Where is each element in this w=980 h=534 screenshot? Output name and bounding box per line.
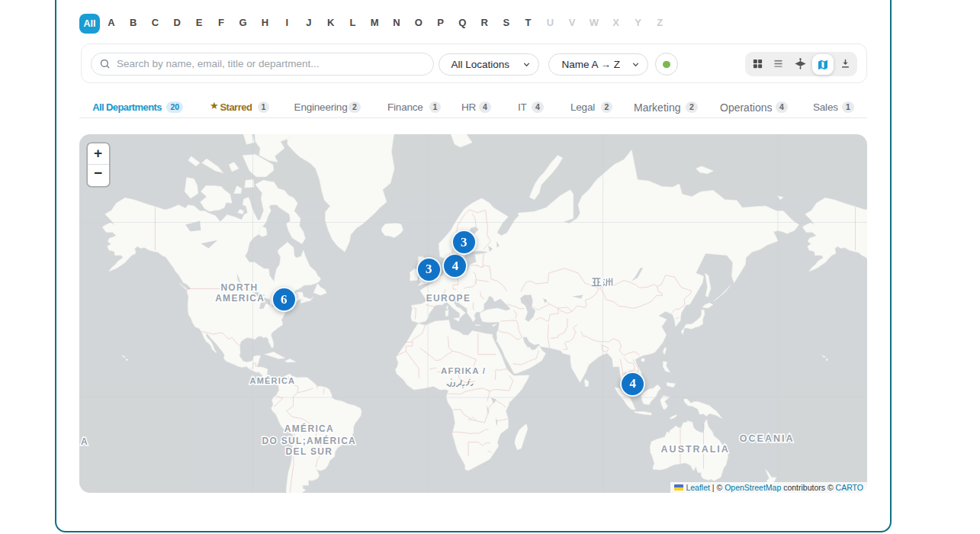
- svg-text:AMÉRICA: AMÉRICA: [250, 376, 296, 385]
- svg-text:AUSTRALIA: AUSTRALIA: [661, 444, 730, 455]
- svg-text:A: A: [81, 436, 88, 447]
- svg-text:AMERICA: AMERICA: [215, 293, 265, 304]
- svg-text:DEL SUR: DEL SUR: [286, 446, 333, 457]
- svg-text:OCEANIA: OCEANIA: [740, 433, 795, 444]
- svg-text:NORTH: NORTH: [220, 282, 258, 293]
- svg-text:EUROPE: EUROPE: [426, 293, 471, 304]
- svg-text:AFRIKA /: AFRIKA /: [441, 366, 486, 375]
- svg-text:AMÉRICA: AMÉRICA: [284, 423, 334, 434]
- svg-text:DO SUL;AMÉRICA: DO SUL;AMÉRICA: [262, 435, 357, 446]
